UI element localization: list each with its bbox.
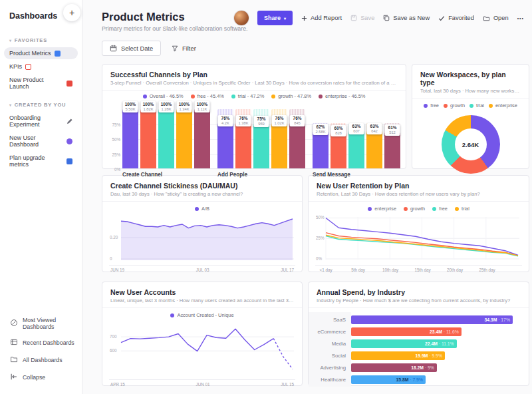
sidebar-item-onboarding-experiment[interactable]: Onboarding Experiment [4, 112, 78, 130]
dashboard-purple-icon [66, 138, 72, 144]
save-button[interactable]: Save [350, 15, 374, 21]
sidebar-section: ▾FAVORITESProduct MetricsKPIsNew Product… [0, 35, 82, 93]
stickiness-chart[interactable]: 0.200 [102, 213, 302, 265]
x-tick-label: 5th day [351, 268, 365, 272]
recent-icon [10, 338, 18, 347]
sidebar-footer-most-viewed-dashboards[interactable]: Most Viewed Dashboards [0, 313, 82, 334]
sidebar-footer-collapse[interactable]: Collapse [0, 369, 82, 386]
legend-dot [271, 95, 275, 98]
legend-label: trial [462, 206, 469, 212]
section-caret-icon: ▾ [9, 102, 12, 107]
funnel-bar-free[interactable]: 76%1.38K [235, 109, 251, 168]
legend-label: enterprise [374, 206, 396, 212]
legend-item: A/B [195, 206, 209, 212]
chip-percent: 76% [273, 116, 286, 121]
retention-x-axis: <1 day5th day10th day15th day20th day25t… [315, 265, 522, 273]
funnel-bars: 76%4.2K76%1.38K75%95976%1.02K76%845 [217, 109, 305, 169]
funnel-plot: 75%50%25%0%100%5.50K100%1.82K100%1.28K10… [102, 100, 406, 178]
funnel-bar-free[interactable]: 60%828 [331, 109, 346, 168]
sidebar-item-new-product-launch[interactable]: New Product Launch [4, 74, 78, 93]
dashboard-red-icon [66, 81, 72, 87]
funnel-bar [271, 123, 287, 168]
funnel-bar-growth[interactable]: 63%642 [366, 109, 382, 168]
spend-bar-saas[interactable]: 34.3M · 17% [351, 315, 513, 324]
filter-row: Select Date Filter [102, 41, 529, 56]
more-icon: ••• [517, 16, 524, 21]
funnel-bar-growth[interactable]: 100%1.34K [176, 109, 192, 168]
legend-dot [444, 104, 448, 108]
x-tick-label: 25th day [479, 268, 495, 272]
funnel-bar-overall[interactable]: 100%5.50K [122, 109, 138, 168]
funnel-bar-enterprise[interactable]: 61%512 [384, 109, 400, 168]
spend-bar-healthcare[interactable]: 15.8M · 7.9% [351, 375, 426, 384]
funnel-value-chip: 76%1.38K [236, 115, 251, 126]
chip-value: 1.34K [178, 107, 191, 112]
legend-dot [170, 313, 174, 317]
spend-bar-advertising[interactable]: 18.2M · 9% [351, 363, 437, 372]
funnel-bar-enterprise[interactable]: 100%1.11K [194, 109, 210, 168]
spend-bar-label: 15.8M · 7.9% [396, 377, 422, 382]
open-button[interactable]: Open [483, 15, 509, 21]
stickiness-x-axis: JUN 19JUL 03JUL 17 [109, 265, 295, 273]
save-icon [350, 15, 357, 21]
sidebar-item-label: Plan upgrade metrics [9, 154, 63, 168]
chip-percent: 61% [386, 125, 399, 130]
svg-text:0.20: 0.20 [110, 235, 118, 240]
select-date-button[interactable]: Select Date [102, 41, 161, 56]
sidebar-item-kpis[interactable]: KPIs [4, 61, 78, 73]
funnel-bar-enterprise[interactable]: 76%845 [289, 109, 305, 168]
add-dashboard-button[interactable]: + [63, 4, 80, 21]
user-avatar[interactable] [234, 11, 249, 25]
favorited-button[interactable]: Favorited [438, 15, 474, 21]
folder-icon [10, 355, 18, 365]
svg-text:50%: 50% [316, 215, 325, 220]
chip-percent: 76% [219, 116, 232, 121]
svg-text:25%: 25% [316, 236, 325, 240]
funnel-step-label: Add People [217, 172, 305, 178]
spend-bar-media[interactable]: 22.4M · 11.1% [351, 339, 457, 348]
donut-chart[interactable]: 2.64K [442, 115, 500, 174]
funnel-value-chip: 75%959 [254, 116, 269, 127]
share-button[interactable]: Share ▾ [257, 11, 293, 25]
funnel-step-create-channel: 100%5.50K100%1.82K100%1.28K100%1.34K100%… [122, 109, 210, 178]
chip-percent: 100% [142, 102, 155, 107]
save-as-new-button[interactable]: Save as New [383, 15, 430, 21]
spend-chart[interactable]: SaaSeCommerceMediaSocialAdvertisingHealt… [309, 308, 529, 387]
x-tick-label: <1 day [320, 268, 332, 272]
more-options-button[interactable]: ••• [517, 16, 524, 21]
card-create-channel-stickiness: Create Channel Stickiness (DAU/MAU) Dau,… [102, 175, 303, 272]
accounts-chart[interactable]: 700600 [102, 319, 302, 379]
accounts-legend: Account Created - Unique [102, 308, 302, 319]
plus-icon [301, 15, 307, 21]
y-tick-label: 50% [112, 137, 120, 142]
sidebar-item-product-metrics[interactable]: Product Metrics [4, 47, 78, 59]
funnel-bar-trial[interactable]: 100%1.28K [158, 109, 174, 168]
funnel-value-chip: 100%1.28K [159, 101, 174, 112]
funnel-bar-growth[interactable]: 76%1.02K [271, 109, 287, 168]
spend-value: 19.9M [416, 353, 428, 358]
svg-text:0%: 0% [316, 256, 323, 261]
spend-category-label: SaaS [309, 313, 351, 325]
funnel-bar-trial[interactable]: 75%959 [253, 109, 269, 168]
funnel-chart[interactable]: 75%50%25%0%100%5.50K100%1.82K100%1.28K10… [102, 100, 406, 178]
sidebar-section-header[interactable]: ▾CREATED BY YOU [0, 99, 82, 110]
card-successful-channels-by-plan: Successful Channels by Plan 3-step Funne… [102, 64, 406, 169]
filter-button[interactable]: Filter [172, 45, 196, 52]
legend-label: trial - 47.2% [238, 93, 264, 99]
sidebar-item-new-user-dashboard[interactable]: New User Dashboard [4, 132, 78, 150]
sidebar-section-header[interactable]: ▾FAVORITES [0, 35, 82, 46]
retention-chart[interactable]: 50%25%0% [309, 213, 529, 265]
add-report-button[interactable]: Add Report [301, 15, 342, 21]
funnel-bar-trial[interactable]: 63%607 [348, 109, 364, 168]
sidebar-footer-all-dashboards[interactable]: All Dashboards [0, 351, 82, 369]
sidebar-footer-recent-dashboards[interactable]: Recent Dashboards [0, 334, 82, 351]
funnel-bar [158, 109, 174, 168]
funnel-bar-overall[interactable]: 62%2.58K [313, 109, 329, 168]
legend-item: growth - 47.8% [271, 93, 311, 99]
funnel-bar-free[interactable]: 100%1.82K [140, 109, 156, 168]
sidebar-item-plan-upgrade-metrics[interactable]: Plan upgrade metrics [4, 152, 78, 170]
spend-bar-social[interactable]: 19.9M · 9.9% [351, 351, 445, 360]
spend-bar-ecommerce[interactable]: 23.4M · 11.6% [351, 327, 462, 336]
funnel-bar-overall[interactable]: 76%4.2K [217, 109, 233, 168]
spend-category-label: Healthcare [309, 373, 351, 385]
